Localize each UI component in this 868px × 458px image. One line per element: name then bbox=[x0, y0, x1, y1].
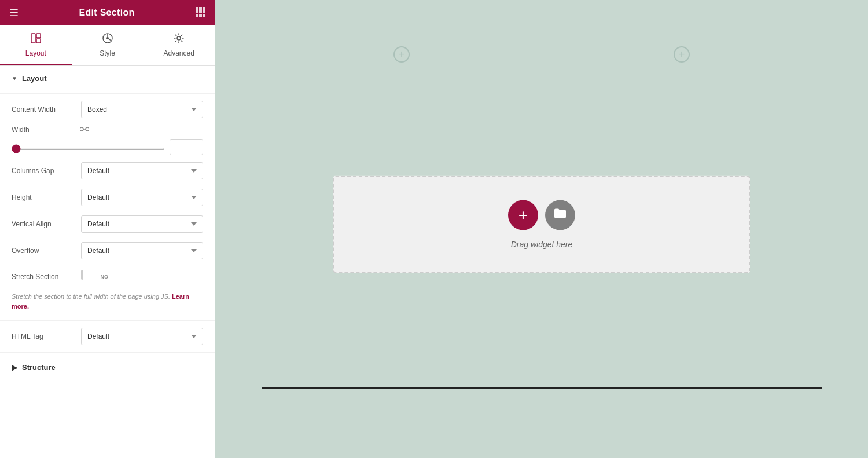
stretch-section-label: Stretch Section bbox=[12, 273, 75, 281]
panel-title: Edit Section bbox=[79, 8, 134, 18]
sidebar-content: ▼ Layout Content Width Boxed Full Width … bbox=[0, 66, 215, 458]
svg-rect-5 bbox=[203, 10, 205, 13]
overflow-control: Default Hidden bbox=[81, 242, 203, 259]
tab-layout-label: Layout bbox=[25, 49, 46, 57]
svg-rect-8 bbox=[203, 14, 205, 17]
svg-rect-10 bbox=[36, 34, 41, 38]
content-width-control: Boxed Full Width bbox=[81, 101, 203, 118]
grid-icon[interactable] bbox=[195, 6, 205, 20]
columns-gap-control: Default No Gap Narrow Extended Wide Wide… bbox=[81, 162, 203, 179]
html-tag-select[interactable]: Default header footer main article secti… bbox=[81, 328, 203, 345]
vertical-align-select[interactable]: Default Top Middle Bottom bbox=[81, 215, 203, 233]
svg-rect-6 bbox=[196, 14, 198, 17]
divider-3 bbox=[0, 352, 215, 353]
height-row: Height Default Fit To Screen Min Height bbox=[0, 184, 215, 211]
columns-gap-select[interactable]: Default No Gap Narrow Extended Wide Wide… bbox=[81, 162, 203, 179]
stretch-info-text: Stretch the section to the full width of… bbox=[0, 290, 215, 318]
content-width-row: Content Width Boxed Full Width bbox=[0, 96, 215, 123]
sidebar-header: ☰ Edit Section bbox=[0, 0, 215, 25]
tab-style[interactable]: Style bbox=[72, 25, 144, 65]
widget-area: + Drag widget here bbox=[333, 175, 750, 273]
columns-gap-row: Columns Gap Default No Gap Narrow Extend… bbox=[0, 157, 215, 184]
widget-buttons: + bbox=[508, 200, 575, 230]
add-section-btn-left[interactable]: + bbox=[393, 46, 410, 63]
toggle-no-label: NO bbox=[101, 274, 109, 280]
stretch-toggle-container: NO bbox=[81, 270, 111, 284]
vertical-align-control: Default Top Middle Bottom bbox=[81, 215, 203, 233]
svg-rect-3 bbox=[196, 10, 198, 13]
tab-layout[interactable]: Layout bbox=[0, 25, 72, 65]
height-select[interactable]: Default Fit To Screen Min Height bbox=[81, 189, 203, 206]
advanced-icon bbox=[173, 32, 185, 47]
width-label: Width bbox=[12, 126, 75, 134]
divider-2 bbox=[0, 320, 215, 321]
svg-rect-7 bbox=[199, 14, 202, 17]
layout-arrow-icon: ▼ bbox=[12, 75, 17, 82]
html-tag-label: HTML Tag bbox=[12, 332, 75, 340]
overflow-select[interactable]: Default Hidden bbox=[81, 242, 203, 259]
tab-advanced[interactable]: Advanced bbox=[143, 25, 215, 65]
svg-rect-0 bbox=[196, 7, 198, 10]
drag-widget-label: Drag widget here bbox=[511, 239, 573, 248]
vertical-align-label: Vertical Align bbox=[12, 220, 75, 228]
svg-rect-1 bbox=[199, 7, 202, 10]
layout-icon bbox=[30, 32, 42, 47]
tab-style-label: Style bbox=[100, 49, 115, 57]
width-slider-row bbox=[12, 139, 203, 155]
svg-point-13 bbox=[106, 37, 109, 39]
html-tag-control: Default header footer main article secti… bbox=[81, 328, 203, 345]
width-row: Width bbox=[0, 123, 215, 157]
svg-rect-11 bbox=[36, 39, 41, 43]
add-widget-button[interactable]: + bbox=[508, 200, 538, 230]
columns-gap-label: Columns Gap bbox=[12, 167, 75, 175]
width-link-icon bbox=[80, 125, 89, 134]
width-slider-container bbox=[12, 142, 165, 152]
structure-arrow-icon: ▶ bbox=[12, 363, 17, 372]
svg-rect-15 bbox=[80, 127, 83, 131]
structure-section-title: Structure bbox=[22, 363, 56, 372]
add-widget-icon: + bbox=[518, 207, 528, 223]
main-canvas: + + + Drag widget here bbox=[215, 0, 868, 458]
structure-section-header[interactable]: ▶ Structure bbox=[0, 355, 215, 380]
bottom-separator-bar bbox=[262, 387, 822, 389]
width-input[interactable] bbox=[170, 139, 203, 155]
height-control: Default Fit To Screen Min Height bbox=[81, 189, 203, 206]
overflow-row: Overflow Default Hidden bbox=[0, 237, 215, 264]
tab-advanced-label: Advanced bbox=[163, 49, 194, 57]
html-tag-row: HTML Tag Default header footer main arti… bbox=[0, 323, 215, 350]
hamburger-icon[interactable]: ☰ bbox=[9, 6, 19, 19]
stretch-section-row: Stretch Section NO bbox=[0, 264, 215, 290]
toggle-slider bbox=[81, 270, 83, 280]
sidebar: ☰ Edit Section bbox=[0, 0, 215, 458]
vertical-align-row: Vertical Align Default Top Middle Bottom bbox=[0, 211, 215, 237]
svg-rect-4 bbox=[199, 10, 202, 13]
content-width-label: Content Width bbox=[12, 105, 75, 113]
overflow-label: Overflow bbox=[12, 247, 75, 255]
width-label-row: Width bbox=[12, 125, 203, 134]
widget-folder-button[interactable] bbox=[545, 200, 575, 230]
canvas-plus-row: + + bbox=[215, 35, 868, 74]
content-width-select[interactable]: Boxed Full Width bbox=[81, 101, 203, 118]
tabs-bar: Layout Style bbox=[0, 25, 215, 66]
style-icon bbox=[102, 32, 113, 47]
layout-section-header[interactable]: ▼ Layout bbox=[0, 66, 215, 91]
svg-rect-2 bbox=[203, 7, 205, 10]
svg-rect-9 bbox=[31, 34, 35, 43]
sidebar-panel: ☰ Edit Section bbox=[0, 0, 215, 458]
add-section-btn-right[interactable]: + bbox=[674, 46, 690, 63]
height-label: Height bbox=[12, 193, 75, 201]
width-slider[interactable] bbox=[12, 148, 165, 150]
svg-point-14 bbox=[177, 36, 181, 40]
folder-icon bbox=[553, 207, 567, 222]
layout-section-title: Layout bbox=[22, 74, 47, 83]
divider-1 bbox=[0, 93, 215, 94]
svg-rect-16 bbox=[86, 127, 89, 131]
